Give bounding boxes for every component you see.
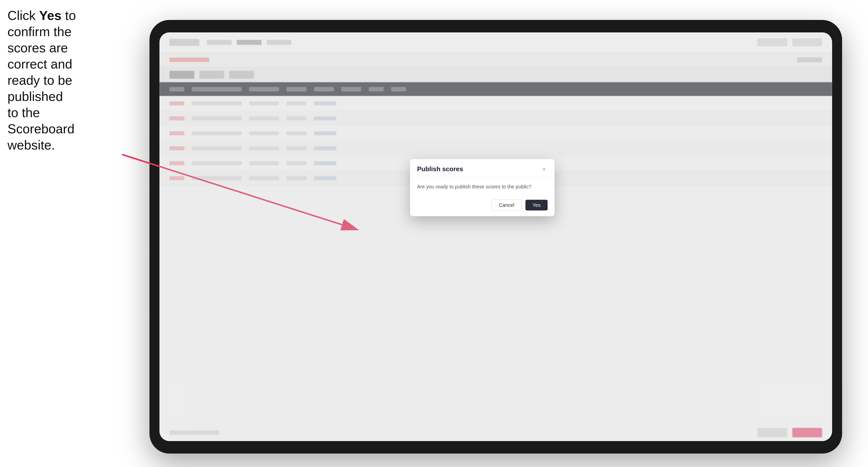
modal-close-button[interactable]: × bbox=[540, 165, 548, 173]
instruction-part1: Click bbox=[7, 8, 39, 23]
tablet-screen: Publish scores × Are you ready to publis… bbox=[159, 32, 832, 441]
instruction-bold: Yes bbox=[39, 8, 62, 23]
publish-scores-dialog: Publish scores × Are you ready to publis… bbox=[410, 159, 555, 216]
modal-title: Publish scores bbox=[417, 165, 463, 173]
tablet-device: Publish scores × Are you ready to publis… bbox=[150, 20, 842, 454]
modal-overlay: Publish scores × Are you ready to publis… bbox=[159, 32, 832, 441]
modal-body: Are you ready to publish these scores to… bbox=[410, 178, 555, 196]
modal-message: Are you ready to publish these scores to… bbox=[417, 183, 548, 190]
instruction-part2: to confirm the scores are correct and re… bbox=[7, 8, 76, 152]
cancel-button[interactable]: Cancel bbox=[492, 199, 522, 211]
modal-footer: Cancel Yes bbox=[410, 196, 555, 216]
instruction-text: Click Yes to confirm the scores are corr… bbox=[7, 7, 77, 153]
yes-button[interactable]: Yes bbox=[525, 200, 548, 211]
modal-header: Publish scores × bbox=[410, 159, 555, 178]
